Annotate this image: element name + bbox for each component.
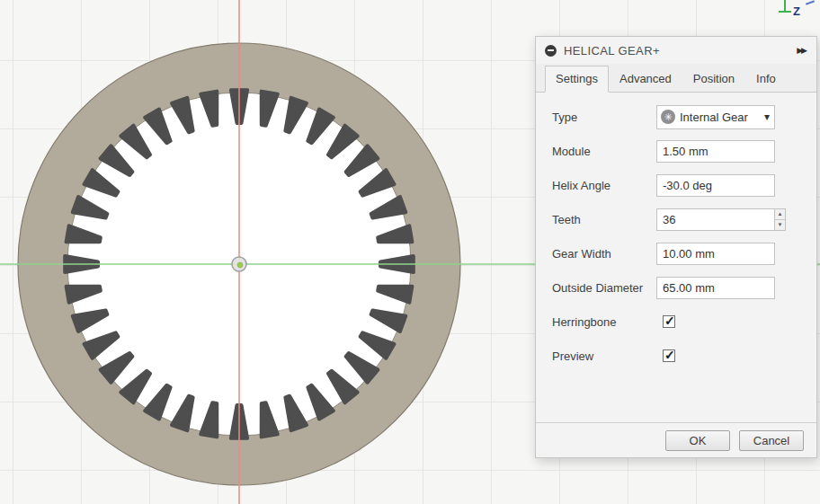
helical-gear-dialog: HELICAL GEAR+ Settings Advanced Position… [535, 36, 817, 458]
row-type: Type Internal Gear [536, 100, 816, 134]
row-herringbone: Herringbone [536, 305, 816, 339]
ok-button[interactable]: OK [665, 430, 730, 451]
preview-label: Preview [552, 349, 656, 363]
outside-diameter-input[interactable] [656, 277, 775, 299]
type-dropdown-value: Internal Gear [680, 111, 760, 124]
herringbone-checkbox[interactable] [663, 315, 675, 328]
dialog-tabbar: Settings Advanced Position Info [536, 64, 816, 93]
module-label: Module [552, 145, 656, 158]
origin-indicator[interactable] [232, 257, 246, 271]
row-preview: Preview [536, 339, 816, 373]
helix-angle-label: Helix Angle [552, 179, 656, 192]
row-outside-diameter: Outside Diameter [536, 270, 816, 305]
herringbone-label: Herringbone [552, 315, 656, 329]
spinner-down-icon[interactable] [775, 219, 785, 230]
row-module: Module [536, 134, 816, 168]
dialog-body: Type Internal Gear Module Helix Angle T [536, 93, 816, 422]
type-label: Type [552, 111, 656, 124]
preview-checkbox[interactable] [663, 349, 675, 362]
y-axis-indicator-foot-icon [779, 11, 791, 13]
dialog-footer: OK Cancel [536, 422, 816, 457]
cancel-button[interactable]: Cancel [739, 430, 804, 451]
spinner-up-icon[interactable] [775, 209, 785, 219]
gear-type-icon [661, 110, 675, 124]
dialog-header[interactable]: HELICAL GEAR+ [536, 37, 816, 64]
chevron-down-icon [764, 111, 771, 123]
module-input[interactable] [656, 140, 775, 163]
row-teeth: Teeth [536, 202, 816, 236]
tab-position[interactable]: Position [682, 66, 745, 93]
gear-width-input[interactable] [656, 243, 775, 265]
teeth-input[interactable] [656, 208, 775, 231]
dialog-title: HELICAL GEAR+ [564, 44, 660, 57]
gear-width-label: Gear Width [552, 247, 656, 261]
type-dropdown[interactable]: Internal Gear [656, 105, 775, 129]
collapse-arrows-icon[interactable] [795, 44, 807, 57]
outside-diameter-label: Outside Diameter [552, 281, 656, 295]
tab-info[interactable]: Info [745, 66, 787, 93]
command-icon [545, 45, 557, 57]
tab-settings[interactable]: Settings [545, 66, 609, 93]
tab-advanced[interactable]: Advanced [609, 66, 682, 93]
helix-angle-input[interactable] [656, 174, 775, 197]
z-axis-label: Z [793, 4, 800, 18]
row-gear-width: Gear Width [536, 236, 816, 270]
view-triad: Z [771, 0, 813, 25]
teeth-label: Teeth [552, 213, 656, 226]
teeth-spinner [774, 208, 786, 231]
row-helix-angle: Helix Angle [536, 168, 816, 202]
